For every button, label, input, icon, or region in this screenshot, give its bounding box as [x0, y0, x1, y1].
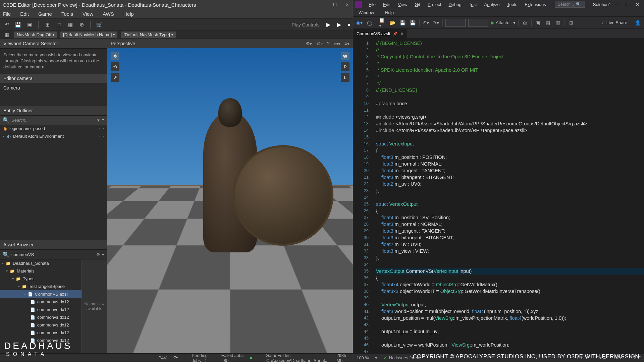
- vs-zoom-icon[interactable]: ▾: [375, 355, 377, 360]
- vs-tb-icon[interactable]: ⊞: [568, 19, 575, 26]
- vs-tb-icon[interactable]: 🗂: [521, 19, 529, 26]
- menu-help[interactable]: Help: [123, 11, 134, 17]
- asset-tree-item[interactable]: ▾📁TestTangentSpace: [0, 283, 82, 290]
- vs-close-icon[interactable]: ✕: [636, 2, 639, 7]
- vs-open-icon[interactable]: 📂: [389, 19, 396, 26]
- vs-issues[interactable]: No issues found: [389, 355, 420, 360]
- vs-redo-icon[interactable]: ↷▾: [432, 19, 440, 26]
- vs-solution-name[interactable]: Solution1: [590, 1, 614, 8]
- vp-menu-icon[interactable]: ≡▾: [344, 41, 350, 46]
- snap-icon[interactable]: ⬚: [55, 21, 63, 29]
- save-icon[interactable]: 💾: [14, 21, 22, 29]
- camera-item-editor[interactable]: Editor camera: [0, 74, 107, 83]
- viewport-mode-label[interactable]: Perspective: [111, 41, 135, 46]
- tool-icon[interactable]: ⊞: [43, 21, 51, 29]
- vs-undo-icon[interactable]: ↶▾: [422, 19, 430, 26]
- menu-game[interactable]: Game: [38, 11, 52, 17]
- menu-view[interactable]: View: [83, 11, 93, 17]
- undo-icon[interactable]: ↶: [3, 21, 11, 29]
- asset-tree-item[interactable]: 📄commonvs.dx12: [0, 298, 82, 306]
- vs-menu-test[interactable]: Test: [466, 1, 480, 8]
- navmesh-name-dropdown[interactable]: [Default NavMesh Name]: [60, 32, 117, 38]
- vs-spc[interactable]: SPC: [614, 355, 623, 360]
- vp-scale-icon[interactable]: ⤢: [111, 73, 119, 82]
- vs-editor[interactable]: 1234567891011121314151617181920212223242…: [353, 38, 644, 353]
- vs-menu-extensions[interactable]: Extensions: [521, 1, 549, 8]
- vs-menu-git[interactable]: Git: [411, 1, 424, 8]
- asset-search-input[interactable]: [11, 252, 94, 257]
- vs-search-input[interactable]: Search...🔍: [555, 1, 585, 8]
- clear-icon[interactable]: ⊗: [96, 252, 100, 257]
- vs-menu-help[interactable]: Help: [381, 9, 397, 16]
- vs-account-icon[interactable]: 👤: [634, 19, 641, 26]
- vp-move-icon[interactable]: ✥: [111, 52, 119, 60]
- asset-tree-item[interactable]: 📄commonvs.dx12: [0, 337, 82, 344]
- vs-new-icon[interactable]: 📋▾: [379, 19, 386, 26]
- vs-config-dropdown[interactable]: [445, 19, 466, 27]
- vs-maximize-icon[interactable]: ☐: [626, 2, 630, 7]
- asset-tree-item[interactable]: 📄commonvs.dx12: [0, 313, 82, 321]
- vs-menu-project[interactable]: Project: [424, 1, 444, 8]
- vs-menu-tools[interactable]: Tools: [504, 1, 521, 8]
- vs-back-icon[interactable]: ◉▾: [356, 19, 363, 26]
- vp-light-icon[interactable]: ⛭▾: [316, 41, 323, 46]
- menu-aws[interactable]: AWS: [103, 11, 114, 17]
- vp-btn-w[interactable]: W: [341, 52, 350, 60]
- filter-icon[interactable]: ▾: [97, 118, 100, 123]
- vp-rotate-icon[interactable]: ⟲: [111, 62, 119, 71]
- vs-saveall-icon[interactable]: 💾: [409, 19, 417, 26]
- close-icon[interactable]: ✕: [400, 31, 404, 36]
- navmesh-type-dropdown[interactable]: [Default NavMesh Type]: [121, 32, 176, 38]
- outliner-search-input[interactable]: [11, 118, 95, 123]
- maximize-icon[interactable]: ☐: [332, 2, 338, 8]
- vs-menu-debug[interactable]: Debug: [445, 1, 465, 8]
- vs-platform-dropdown[interactable]: [468, 19, 488, 27]
- pin-icon[interactable]: 📌: [393, 32, 397, 36]
- vs-zoom[interactable]: 100 %: [357, 355, 369, 360]
- vp-display-icon[interactable]: ⟲▾: [306, 41, 312, 46]
- play-icon[interactable]: ▶: [326, 21, 330, 28]
- nav-icon[interactable]: ▦: [3, 31, 11, 39]
- axis-gizmo[interactable]: zyx: [117, 323, 138, 343]
- outliner-item-legionnaire[interactable]: ◉ legionnaire_posed ••: [0, 125, 107, 132]
- vp-help-icon[interactable]: ?: [327, 41, 330, 46]
- vs-menu-window[interactable]: Window: [355, 9, 377, 16]
- stop-icon[interactable]: ■: [348, 22, 350, 27]
- vp-aspect-icon[interactable]: ▭▾: [334, 41, 340, 46]
- grid-icon[interactable]: ▦: [66, 21, 74, 29]
- globe-icon[interactable]: ⊕: [77, 21, 86, 29]
- vs-tb-icon[interactable]: ▤: [544, 19, 552, 26]
- vs-tb-icon[interactable]: ▣: [534, 19, 542, 26]
- vs-liveshare-button[interactable]: ⇪Live Share: [601, 20, 627, 25]
- outliner-item-env[interactable]: ▸ ◐ Default Atom Environment ••: [0, 132, 107, 140]
- close-icon[interactable]: ✕: [344, 2, 350, 8]
- viewport-canvas[interactable]: ✥ ⟲ ⤢ W P L zyx: [107, 48, 353, 353]
- cart-icon[interactable]: 🛒: [95, 21, 103, 29]
- vs-menu-analyze[interactable]: Analyze: [481, 1, 503, 8]
- chevron-right-icon[interactable]: ▸: [3, 134, 4, 138]
- filter-icon[interactable]: ▾: [102, 252, 104, 257]
- asset-tree-item[interactable]: ▾📁Deadhaus_Sonata: [0, 259, 82, 267]
- play-next-icon[interactable]: ▶: [337, 21, 341, 28]
- navmesh-dbg-dropdown[interactable]: NavMesh Dbg Off: [14, 32, 57, 38]
- vs-menu-view[interactable]: View: [394, 1, 411, 8]
- vs-save-icon[interactable]: 💾: [399, 19, 407, 26]
- menu-edit[interactable]: Edit: [20, 11, 29, 17]
- asset-tree-item[interactable]: 📄commonvs.dx12: [0, 321, 82, 329]
- vs-attach-button[interactable]: ▶Attach...▾: [491, 20, 516, 25]
- vp-btn-p[interactable]: P: [341, 62, 350, 71]
- asset-tree-item[interactable]: ▾📁Materials: [0, 267, 82, 275]
- vs-tab-commonvs[interactable]: CommonVS.azsli 📌 ✕: [353, 29, 407, 38]
- camera-item-camera[interactable]: Camera: [0, 83, 107, 93]
- vp-btn-l[interactable]: L: [341, 73, 350, 82]
- vs-fwd-icon[interactable]: ◯: [366, 19, 373, 26]
- asset-tree-item[interactable]: ▾📁Types: [0, 275, 82, 283]
- asset-tree-item[interactable]: 📄commonvs.dx12: [0, 306, 82, 313]
- vs-crlf[interactable]: CRLF: [629, 355, 641, 360]
- layers-icon[interactable]: ▣: [25, 21, 34, 29]
- vs-tb-icon[interactable]: ▥: [554, 19, 562, 26]
- asset-tree-item[interactable]: 📄commonvs.dx12: [0, 329, 82, 337]
- menu-file[interactable]: File: [3, 11, 11, 17]
- vs-minimize-icon[interactable]: —: [615, 2, 620, 7]
- vs-menu-file[interactable]: File: [365, 1, 379, 8]
